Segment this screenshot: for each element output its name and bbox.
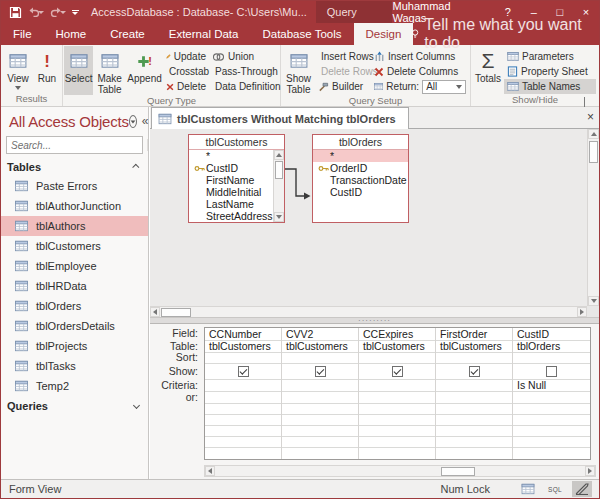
field-row[interactable]: TransactionDate <box>313 174 408 186</box>
crosstab-button[interactable]: Crosstab <box>163 64 209 79</box>
nav-item[interactable]: tblHRData <box>1 276 148 296</box>
field-list-title[interactable]: tblOrders <box>313 135 408 150</box>
nav-item[interactable]: tblOrders <box>1 296 148 316</box>
qbe-criteria-cell[interactable] <box>205 380 281 392</box>
document-close-icon[interactable]: × <box>587 107 594 128</box>
search-input[interactable] <box>7 140 147 151</box>
show-checkbox[interactable] <box>238 366 249 377</box>
group-chevron-icon[interactable] <box>133 402 140 409</box>
field-row[interactable]: StreetAddress <box>189 210 284 222</box>
nav-item[interactable]: Temp2 <box>1 376 148 396</box>
scroll-thumb[interactable] <box>441 467 475 476</box>
scroll-right-icon[interactable] <box>577 307 587 317</box>
nav-item[interactable]: tblOrdersDetails <box>1 316 148 336</box>
qbe-or-cell[interactable] <box>436 392 512 404</box>
datasheet-view-button[interactable] <box>518 481 538 497</box>
redo-button[interactable] <box>50 7 66 17</box>
union-button[interactable]: Union <box>209 49 279 64</box>
design-vertical-scrollbar[interactable] <box>587 129 599 306</box>
field-list-title[interactable]: tblCustomers <box>189 135 284 150</box>
builder-button[interactable]: Builder <box>315 79 371 94</box>
design-view-button[interactable] <box>572 481 592 497</box>
qbe-or-cell[interactable] <box>205 392 281 404</box>
ribbon-tab[interactable]: Home <box>44 23 99 45</box>
qbe-criteria-cell[interactable] <box>436 380 512 392</box>
scroll-right-icon[interactable] <box>585 466 595 476</box>
ribbon-tab[interactable]: File <box>1 23 44 45</box>
show-checkbox[interactable] <box>392 366 403 377</box>
qbe-sort-cell[interactable] <box>513 353 590 364</box>
update-button[interactable]: Update <box>163 49 209 64</box>
qbe-sort-cell[interactable] <box>436 353 512 364</box>
show-table-button[interactable]: Show Table <box>282 46 315 95</box>
nav-group-header[interactable]: Queries <box>1 396 148 415</box>
qbe-or-cell[interactable] <box>282 392 358 404</box>
qbe-sort-cell[interactable] <box>359 353 435 364</box>
field-list[interactable]: tblOrders * <box>312 134 409 223</box>
make-table-button[interactable]: Make Table <box>93 46 126 95</box>
field-row[interactable]: OrderID <box>313 162 408 174</box>
field-row[interactable]: FirstName <box>189 174 284 186</box>
field-row[interactable]: * <box>189 150 284 162</box>
pass-through-button[interactable]: Pass-Through <box>209 64 279 79</box>
qbe-field-cell[interactable]: CustID <box>513 328 590 341</box>
scroll-left-icon[interactable] <box>205 466 215 476</box>
scroll-down-icon[interactable] <box>588 296 599 306</box>
insert-rows-button[interactable]: Insert Rows <box>315 49 371 64</box>
field-row[interactable]: CustID <box>189 162 284 174</box>
show-checkbox[interactable] <box>469 366 480 377</box>
table-names-button[interactable]: Table Names <box>504 79 596 94</box>
scroll-up-icon[interactable] <box>274 150 284 160</box>
nav-menu-icon[interactable] <box>129 115 137 128</box>
pane-splitter[interactable]: ········· <box>150 317 599 324</box>
delete-columns-button[interactable]: Delete Columns <box>371 64 469 79</box>
nav-item[interactable]: tblTasks <box>1 356 148 376</box>
scroll-up-icon[interactable] <box>588 129 599 139</box>
run-button[interactable]: ! Run <box>34 46 60 93</box>
nav-group-header[interactable]: Tables <box>1 157 148 176</box>
ribbon-collapse-button[interactable] <box>584 98 592 103</box>
search-box[interactable] <box>6 136 143 154</box>
qbe-show-cell[interactable] <box>436 364 512 380</box>
qbe-show-cell[interactable] <box>282 364 358 380</box>
sql-view-button[interactable]: SQL <box>545 481 565 497</box>
field-list[interactable]: tblCustomers * <box>188 134 285 223</box>
qbe-sort-cell[interactable] <box>205 353 281 364</box>
join-line[interactable] <box>280 163 318 205</box>
save-icon[interactable] <box>9 6 22 19</box>
qbe-field-cell[interactable]: FirstOrder <box>436 328 512 341</box>
qbe-table-cell[interactable]: tblOrders <box>513 341 590 353</box>
nav-item[interactable]: tblCustomers <box>1 236 148 256</box>
field-row[interactable]: LastName <box>189 198 284 210</box>
show-checkbox[interactable] <box>315 366 326 377</box>
qbe-field-cell[interactable]: CVV2 <box>282 328 358 341</box>
qat-customize-icon[interactable] <box>72 10 79 15</box>
qbe-or-cell[interactable] <box>359 392 435 404</box>
field-row[interactable]: MiddleInitial <box>189 186 284 198</box>
qbe-table-cell[interactable]: tblCustomers <box>282 341 358 353</box>
qbe-show-cell[interactable] <box>359 364 435 380</box>
return-dropdown[interactable]: All <box>422 80 466 94</box>
qbe-table-cell[interactable]: tblCustomers <box>205 341 281 353</box>
delete-button[interactable]: Delete <box>163 79 209 94</box>
document-tab[interactable]: tblCustomers Without Matching tblOrders <box>151 107 409 129</box>
qbe-criteria-cell[interactable] <box>359 380 435 392</box>
qbe-field-cell[interactable]: CCExpires <box>359 328 435 341</box>
append-button[interactable]: ! Append <box>126 46 163 95</box>
scroll-left-icon[interactable] <box>150 307 160 317</box>
totals-button[interactable]: Σ Totals <box>472 46 504 94</box>
tell-me-box[interactable]: Tell me what you want to do <box>401 23 599 45</box>
ribbon-tab[interactable]: Create <box>98 23 157 45</box>
data-definition-button[interactable]: Data Definition <box>209 79 279 94</box>
property-sheet-button[interactable]: Property Sheet <box>504 64 596 79</box>
nav-item[interactable]: tblAuthors <box>1 216 148 236</box>
grid-horizontal-scrollbar[interactable] <box>204 465 596 477</box>
undo-button[interactable] <box>28 7 44 17</box>
shutter-bar-close-icon[interactable]: « <box>142 115 149 128</box>
ribbon-tab[interactable]: External Data <box>157 23 251 45</box>
nav-item[interactable]: tblAuthorJunction <box>1 196 148 216</box>
select-button[interactable]: Select <box>64 46 93 95</box>
qbe-show-cell[interactable] <box>205 364 281 380</box>
ribbon-tab[interactable]: Database Tools <box>250 23 353 45</box>
qbe-criteria-cell[interactable]: Is Null <box>513 380 590 392</box>
